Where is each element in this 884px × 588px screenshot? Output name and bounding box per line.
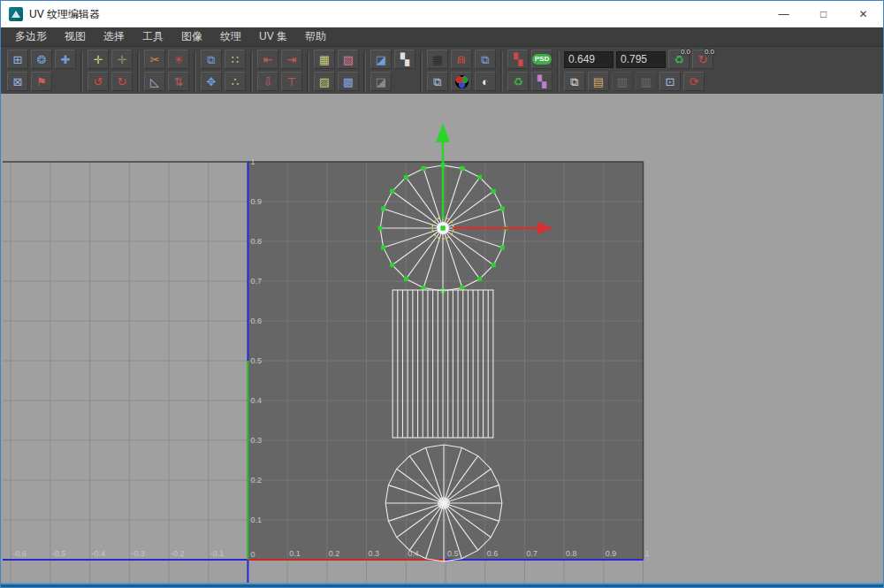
filtered-image-toggle-button[interactable]: ▚ — [394, 50, 415, 69]
cycle-uvs-button[interactable]: ⟳ — [683, 72, 705, 91]
layout-uvs-button[interactable]: ⧉ — [201, 50, 222, 69]
align-uvs-up-button[interactable]: ⊤ — [281, 72, 302, 91]
uv-canvas-area[interactable]: 10.90.80.70.60.50.40.30.20.10-0.6-0.5-0.… — [1, 94, 883, 583]
move-uv-shell-icon: ❂ — [37, 54, 47, 65]
u-axis-label: 0.2 — [329, 549, 339, 558]
tweak-uv-icon: ⚑ — [36, 76, 47, 88]
v-axis-label: 0.4 — [250, 396, 261, 405]
manipulator-center-handle[interactable] — [441, 226, 446, 231]
menu-item-4[interactable]: 工具 — [133, 27, 172, 46]
menu-item-8[interactable]: 帮助 — [296, 27, 335, 46]
paste-v-icon: ▥ — [641, 76, 652, 88]
flip-u-button[interactable]: ✛ — [88, 50, 109, 69]
toolbar-row: ✥∴ — [201, 72, 246, 91]
u-axis-label: 0.7 — [526, 549, 537, 558]
value-badge: 0.0 — [705, 49, 714, 56]
maximize-button[interactable]: □ — [804, 1, 843, 27]
isolate-select-remove-all-button[interactable]: ▩ — [338, 72, 359, 91]
isolate-select-remove-button[interactable]: ▨ — [314, 72, 335, 91]
move-and-sew-uvs-button[interactable]: ⇅ — [168, 72, 189, 91]
update-psd-button[interactable]: PSD — [531, 50, 552, 69]
dim-image-toggle-button[interactable]: ◪ — [370, 72, 392, 91]
uv-v-field[interactable] — [616, 51, 666, 68]
uv-smudge-tool[interactable]: ✚ — [55, 50, 76, 69]
grid-uvs-button[interactable]: ∷ — [225, 50, 246, 69]
rgb-channels-button[interactable] — [451, 72, 472, 91]
tweak-uv-tool[interactable]: ⚑ — [31, 72, 52, 91]
toolbar-row: ⧉∷ — [201, 50, 246, 69]
uv-shell-cylinder-body[interactable] — [392, 290, 493, 438]
sew-uvs-button[interactable]: ◺ — [144, 72, 165, 91]
toolbar-row: ⇤⇥ — [257, 50, 302, 69]
select-shortest-edge-path-tool[interactable]: ⊠ — [7, 72, 28, 91]
v-axis-label: 0.8 — [250, 237, 261, 246]
move-uv-shell-tool[interactable]: ❂ — [31, 50, 52, 69]
toolbar-row: ⊠⚑ — [7, 72, 76, 91]
align-uvs-right-button[interactable]: ⇥ — [281, 50, 302, 69]
menu-item-1[interactable]: 多边形 — [6, 27, 56, 46]
rotate-uvs-ccw-button[interactable]: ↺ — [88, 72, 109, 91]
relax-uvs-button[interactable]: ∴ — [225, 72, 246, 91]
align-uvs-left-button[interactable]: ⇤ — [257, 50, 278, 69]
rotate-uv-entry-button[interactable]: ↻0.0 — [692, 50, 713, 69]
v-axis-label: 0.9 — [250, 197, 261, 206]
uv-canvas[interactable]: 10.90.80.70.60.50.40.30.20.10-0.6-0.5-0.… — [1, 94, 883, 583]
menu-item-3[interactable]: 选择 — [95, 27, 133, 46]
v-axis-label: 0.2 — [250, 476, 261, 485]
toolbar-row: ◪▚ — [370, 50, 415, 69]
toolbar-group-3: ✂✳◺⇅ — [141, 50, 192, 91]
texture-ratio-icon: ▚ — [537, 76, 546, 88]
u-axis-label: 0.3 — [369, 549, 379, 558]
minimize-button[interactable]: — — [764, 1, 804, 27]
isolate-select-toggle-icon: ▦ — [319, 54, 330, 65]
rebake-texture-button[interactable]: ▚ — [507, 50, 529, 69]
unfold-uvs-button[interactable]: ✥ — [201, 72, 222, 91]
uv-u-field[interactable] — [564, 51, 613, 68]
flip-v-button[interactable]: ✛ — [111, 50, 133, 69]
toolbar-row: ▨▩ — [314, 72, 359, 91]
split-uvs-button[interactable]: ✳ — [168, 50, 189, 69]
display-image-toggle-button[interactable]: ◪ — [370, 50, 392, 69]
reset-uv-entry-button[interactable]: ♻0.0 — [668, 50, 690, 69]
refresh-image-button[interactable]: ♻ — [507, 72, 529, 91]
isolate-select-add-button[interactable]: ▧ — [338, 50, 359, 69]
move-and-sew-uvs-icon: ⇅ — [174, 76, 184, 88]
texture-ratio-button[interactable]: ▚ — [531, 72, 552, 91]
copy-uvs-button[interactable]: ⧉ — [564, 72, 585, 91]
shade-uvs-button[interactable]: ⧉ — [475, 50, 496, 69]
u-axis-label: 0.4 — [408, 549, 418, 558]
u-axis-label: -0.3 — [131, 549, 144, 558]
snap-together-button[interactable]: ⊡ — [659, 72, 681, 91]
u-axis-label: 0.8 — [566, 549, 576, 558]
window-bottom-border — [1, 583, 883, 587]
toolbar-row: ✂✳ — [144, 50, 189, 69]
manipulator-v-arrowhead[interactable] — [436, 123, 450, 142]
close-button[interactable]: ✕ — [843, 1, 883, 27]
pixel-snap-button[interactable]: ⋒ — [451, 50, 472, 69]
uv-borders-toggle-button[interactable]: ⧉ — [427, 72, 448, 91]
uv-shell-bottom-cap[interactable] — [385, 445, 502, 561]
menu-item-2[interactable]: 视图 — [56, 27, 95, 46]
menu-item-5[interactable]: 图像 — [172, 27, 211, 46]
v-axis-label: 1 — [250, 157, 255, 166]
pixel-snap-icon: ⋒ — [457, 54, 467, 65]
align-uvs-down-button[interactable]: ⇩ — [257, 72, 278, 91]
uv-lattice-tool[interactable]: ⊞ — [7, 50, 28, 69]
grid-toggle-button[interactable]: ▦ — [427, 50, 448, 69]
rotate-uvs-cw-button[interactable]: ↻ — [111, 72, 133, 91]
rebake-texture-icon: ▚ — [514, 54, 522, 65]
menu-item-7[interactable]: UV 集 — [250, 27, 296, 46]
paste-uvs-button[interactable]: ▤ — [588, 72, 609, 91]
toolbar-separator — [80, 51, 83, 92]
flip-u-icon: ✛ — [94, 54, 103, 65]
uv-lattice-icon: ⊞ — [13, 54, 23, 65]
cut-uvs-button[interactable]: ✂ — [144, 50, 165, 69]
isolate-select-toggle-button[interactable]: ▦ — [314, 50, 335, 69]
toolbar-row: ⇩⊤ — [257, 72, 302, 91]
alpha-channels-button[interactable]: ◐ — [475, 72, 496, 91]
paste-u-icon: ▥ — [617, 76, 628, 88]
uv-smudge-icon: ✚ — [61, 54, 71, 65]
align-uvs-left-icon: ⇤ — [263, 54, 273, 65]
menu-item-6[interactable]: 纹理 — [211, 27, 250, 46]
v-axis-label: 0 — [250, 550, 255, 559]
